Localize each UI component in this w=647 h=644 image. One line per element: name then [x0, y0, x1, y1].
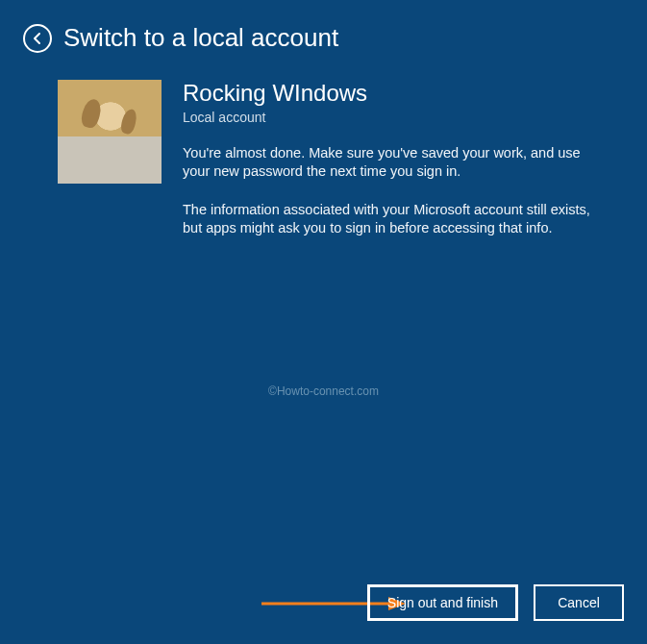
back-button[interactable]: [23, 24, 52, 53]
user-name: Rocking WIndows: [183, 80, 606, 108]
account-type-label: Local account: [183, 110, 606, 125]
cancel-button[interactable]: Cancel: [534, 584, 624, 621]
header: Switch to a local account: [0, 0, 647, 53]
body-paragraph-1: You're almost done. Make sure you've sav…: [183, 144, 606, 182]
body-paragraph-2: The information associated with your Mic…: [183, 201, 606, 238]
arrow-left-icon: [31, 32, 44, 45]
sign-out-and-finish-button[interactable]: Sign out and finish: [367, 584, 518, 621]
account-info: Rocking WIndows Local account You're alm…: [183, 80, 606, 238]
footer-buttons: Sign out and finish Cancel: [367, 584, 624, 621]
avatar: [58, 80, 162, 184]
content-area: Rocking WIndows Local account You're alm…: [0, 53, 647, 238]
page-title: Switch to a local account: [63, 23, 338, 53]
watermark: ©Howto-connect.com: [0, 384, 647, 398]
